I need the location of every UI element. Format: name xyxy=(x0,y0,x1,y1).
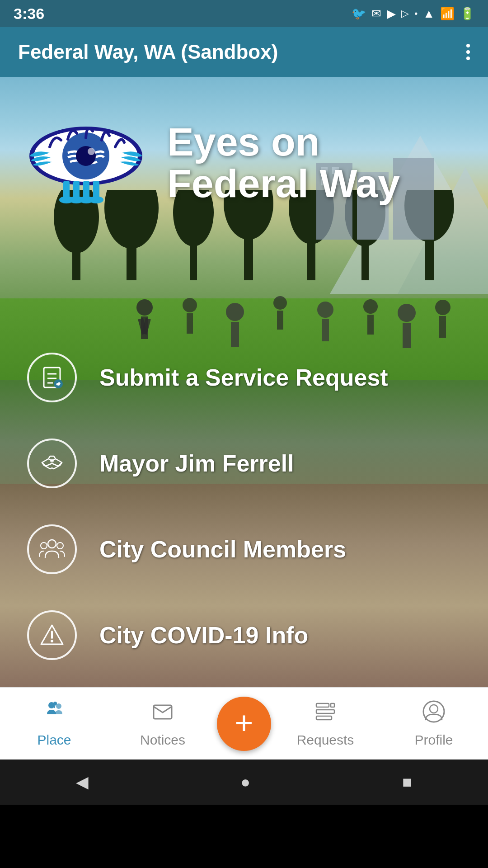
svg-point-60 xyxy=(48,540,56,548)
group-icon xyxy=(27,524,77,574)
wifi-icon: ▲ xyxy=(423,7,435,21)
svg-rect-32 xyxy=(277,311,283,330)
menu-item-council-label: City Council Members xyxy=(99,536,346,563)
status-icons: 🐦 ✉ ▶ ▷ • ▲ 📶 🔋 xyxy=(352,7,474,21)
android-nav-bar: ◀ ● ■ xyxy=(0,760,488,805)
logo-area: Eyes on Federal Way xyxy=(23,113,465,212)
play-store-icon: ▶ xyxy=(387,7,396,21)
back-button[interactable]: ◀ xyxy=(76,773,89,792)
svg-point-59 xyxy=(50,459,54,462)
svg-point-29 xyxy=(226,303,244,321)
notices-icon xyxy=(151,700,174,729)
nav-item-notices[interactable]: Notices xyxy=(108,700,217,748)
svg-rect-36 xyxy=(367,315,374,335)
nav-item-requests[interactable]: Requests xyxy=(271,700,380,748)
dot-icon: • xyxy=(414,9,418,19)
svg-point-35 xyxy=(363,299,378,314)
more-vert-icon[interactable] xyxy=(466,44,470,60)
app-name: Eyes on Federal Way xyxy=(167,121,465,205)
nav-item-profile-label: Profile xyxy=(414,732,453,748)
app-bar-title: Federal Way, WA (Sandbox) xyxy=(18,41,278,63)
svg-point-75 xyxy=(430,705,438,713)
nav-item-notices-label: Notices xyxy=(140,732,185,748)
play-icon: ▷ xyxy=(401,8,409,19)
svg-rect-70 xyxy=(316,703,329,707)
svg-point-53 xyxy=(89,196,103,203)
menu-item-covid[interactable]: City COVID-19 Info xyxy=(0,592,488,678)
svg-point-65 xyxy=(51,640,53,642)
warning-icon xyxy=(27,610,77,660)
svg-point-62 xyxy=(57,542,63,549)
svg-point-33 xyxy=(317,302,333,318)
svg-point-23 xyxy=(136,299,153,316)
app-bar: Federal Way, WA (Sandbox) xyxy=(0,27,488,77)
status-time: 3:36 xyxy=(14,5,44,23)
nav-item-profile[interactable]: Profile xyxy=(380,700,488,748)
svg-point-67 xyxy=(56,703,61,709)
twitter-icon: 🐦 xyxy=(352,7,366,21)
mail-status-icon: ✉ xyxy=(371,7,381,21)
bottom-nav: Place Notices + xyxy=(0,687,488,760)
svg-point-45 xyxy=(88,148,95,155)
nav-item-place-label: Place xyxy=(37,732,71,748)
profile-icon xyxy=(422,700,446,729)
battery-icon: 🔋 xyxy=(460,7,474,21)
menu-items-list: Submit a Service Request Mayor Jim Ferre… xyxy=(0,335,488,678)
requests-icon xyxy=(314,700,337,729)
svg-point-27 xyxy=(183,298,197,312)
signal-icon: 📶 xyxy=(440,7,455,21)
fab-add-button[interactable]: + xyxy=(217,697,271,751)
svg-rect-73 xyxy=(331,703,334,707)
home-button[interactable]: ● xyxy=(240,773,250,792)
app-container: 3:36 🐦 ✉ ▶ ▷ • ▲ 📶 🔋 Federal Way, WA (Sa… xyxy=(0,0,488,868)
add-icon: + xyxy=(235,707,253,739)
recents-button[interactable]: ■ xyxy=(402,773,412,792)
svg-point-68 xyxy=(53,702,57,705)
menu-item-service-request-label: Submit a Service Request xyxy=(99,364,388,391)
menu-item-service-request[interactable]: Submit a Service Request xyxy=(0,335,488,420)
edit-circle-icon xyxy=(27,353,77,402)
svg-rect-72 xyxy=(316,716,332,720)
nav-item-place[interactable]: Place xyxy=(0,700,108,748)
svg-rect-28 xyxy=(187,313,193,334)
svg-point-61 xyxy=(41,542,47,549)
svg-point-39 xyxy=(435,300,450,315)
svg-point-37 xyxy=(398,304,416,322)
svg-point-31 xyxy=(273,296,287,310)
handshake-icon xyxy=(27,439,77,488)
menu-item-mayor[interactable]: Mayor Jim Ferrell xyxy=(0,420,488,506)
status-bar: 3:36 🐦 ✉ ▶ ▷ • ▲ 📶 🔋 xyxy=(0,0,488,27)
menu-item-mayor-label: Mayor Jim Ferrell xyxy=(99,450,294,477)
app-logo xyxy=(23,113,149,212)
nav-item-requests-label: Requests xyxy=(297,732,354,748)
menu-item-covid-label: City COVID-19 Info xyxy=(99,622,308,649)
svg-rect-71 xyxy=(316,710,334,713)
hero-section: Eyes on Federal Way Submit a S xyxy=(0,77,488,805)
menu-item-council[interactable]: City Council Members xyxy=(0,506,488,592)
place-icon xyxy=(42,700,66,729)
